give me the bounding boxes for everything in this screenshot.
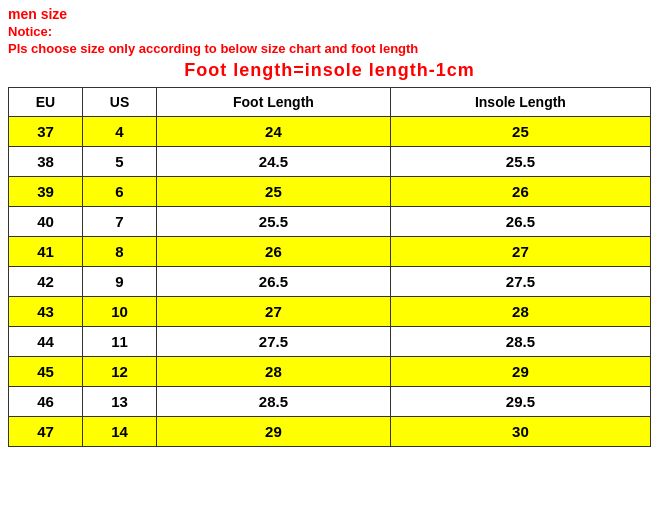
cell-foot: 26 (157, 237, 391, 267)
foot-length-note: Foot length=insole length-1cm (8, 60, 651, 81)
cell-insole: 28.5 (390, 327, 650, 357)
cell-us: 9 (83, 267, 157, 297)
page-wrapper: men size Notice: Pls choose size only ac… (0, 0, 659, 453)
cell-eu: 46 (9, 387, 83, 417)
cell-eu: 37 (9, 117, 83, 147)
cell-eu: 39 (9, 177, 83, 207)
cell-insole: 25 (390, 117, 650, 147)
cell-eu: 41 (9, 237, 83, 267)
cell-us: 4 (83, 117, 157, 147)
cell-foot: 24.5 (157, 147, 391, 177)
cell-foot: 27.5 (157, 327, 391, 357)
cell-foot: 29 (157, 417, 391, 447)
cell-eu: 44 (9, 327, 83, 357)
col-foot-length: Foot Length (157, 88, 391, 117)
cell-us: 5 (83, 147, 157, 177)
table-row: 441127.528.5 (9, 327, 651, 357)
cell-eu: 43 (9, 297, 83, 327)
cell-us: 7 (83, 207, 157, 237)
cell-us: 6 (83, 177, 157, 207)
cell-eu: 40 (9, 207, 83, 237)
cell-foot: 28 (157, 357, 391, 387)
size-chart-table: EU US Foot Length Insole Length 37424253… (8, 87, 651, 447)
cell-insole: 29 (390, 357, 650, 387)
table-row: 461328.529.5 (9, 387, 651, 417)
cell-insole: 30 (390, 417, 650, 447)
table-row: 4182627 (9, 237, 651, 267)
men-size-label: men size (8, 6, 651, 22)
col-us: US (83, 88, 157, 117)
cell-insole: 25.5 (390, 147, 650, 177)
cell-foot: 24 (157, 117, 391, 147)
cell-foot: 28.5 (157, 387, 391, 417)
notice-label: Notice: (8, 24, 651, 39)
table-row: 42926.527.5 (9, 267, 651, 297)
cell-foot: 27 (157, 297, 391, 327)
cell-insole: 29.5 (390, 387, 650, 417)
table-row: 40725.526.5 (9, 207, 651, 237)
cell-us: 10 (83, 297, 157, 327)
cell-foot: 25 (157, 177, 391, 207)
cell-eu: 38 (9, 147, 83, 177)
cell-eu: 42 (9, 267, 83, 297)
cell-insole: 26.5 (390, 207, 650, 237)
table-row: 38524.525.5 (9, 147, 651, 177)
cell-insole: 28 (390, 297, 650, 327)
table-row: 3742425 (9, 117, 651, 147)
cell-us: 13 (83, 387, 157, 417)
cell-eu: 45 (9, 357, 83, 387)
instruction-label: Pls choose size only according to below … (8, 41, 651, 56)
table-row: 43102728 (9, 297, 651, 327)
cell-insole: 27 (390, 237, 650, 267)
cell-foot: 25.5 (157, 207, 391, 237)
cell-us: 14 (83, 417, 157, 447)
table-row: 45122829 (9, 357, 651, 387)
cell-us: 8 (83, 237, 157, 267)
cell-us: 12 (83, 357, 157, 387)
table-row: 3962526 (9, 177, 651, 207)
table-row: 47142930 (9, 417, 651, 447)
cell-us: 11 (83, 327, 157, 357)
col-eu: EU (9, 88, 83, 117)
table-header-row: EU US Foot Length Insole Length (9, 88, 651, 117)
cell-insole: 26 (390, 177, 650, 207)
col-insole-length: Insole Length (390, 88, 650, 117)
cell-foot: 26.5 (157, 267, 391, 297)
cell-eu: 47 (9, 417, 83, 447)
cell-insole: 27.5 (390, 267, 650, 297)
